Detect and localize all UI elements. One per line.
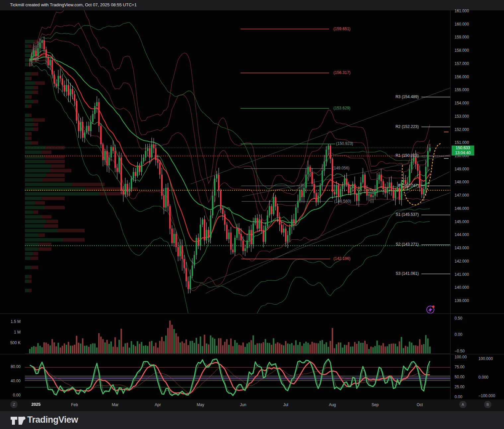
volume-bar bbox=[118, 340, 120, 353]
scale-a-button[interactable]: A bbox=[459, 401, 467, 408]
candle-body bbox=[35, 51, 36, 56]
volume-bar bbox=[421, 345, 422, 353]
candle-body bbox=[194, 255, 195, 266]
volume-bar bbox=[161, 337, 163, 353]
volume-bar bbox=[291, 343, 292, 353]
volume-profile-sell-row bbox=[28, 44, 32, 48]
oscillator-left-tick: 0.00 bbox=[1, 393, 21, 398]
volume-profile-sell-row bbox=[33, 118, 45, 122]
volume-bar bbox=[417, 346, 418, 353]
candle-body bbox=[88, 126, 89, 131]
volume-bar bbox=[403, 348, 404, 353]
volume-profile-sell-row bbox=[28, 137, 32, 140]
volume-profile-sell-row bbox=[38, 247, 51, 251]
candle-body bbox=[161, 175, 163, 196]
orange-dashed-cup-drawing[interactable] bbox=[402, 144, 441, 205]
candle-body bbox=[281, 225, 282, 233]
volume-bar bbox=[145, 345, 146, 353]
candle-body bbox=[423, 189, 424, 194]
candle-body bbox=[364, 175, 366, 189]
price-tick: 156.000 bbox=[455, 75, 469, 79]
volume-bar bbox=[171, 325, 173, 353]
volume-bar bbox=[74, 345, 75, 353]
candle-body bbox=[64, 85, 65, 92]
volume-bar bbox=[301, 346, 303, 353]
candle-body bbox=[112, 147, 114, 151]
candle-body bbox=[127, 184, 128, 192]
tradingview-logo-text[interactable]: TradingView bbox=[27, 415, 78, 425]
volume-bar bbox=[364, 341, 366, 353]
volume-bar bbox=[222, 345, 223, 353]
red-level-label: (142.196) bbox=[333, 256, 350, 261]
candle-body bbox=[145, 151, 146, 157]
candle-body bbox=[31, 56, 33, 60]
volume-bar bbox=[110, 341, 112, 353]
oscillator-pane[interactable] bbox=[25, 359, 450, 396]
main-pane[interactable] bbox=[25, 0, 451, 334]
price-tick: 153.000 bbox=[455, 114, 469, 119]
candle-body bbox=[320, 185, 321, 196]
scale-b-button[interactable]: B bbox=[484, 401, 491, 408]
tradingview-logo-icon[interactable] bbox=[10, 414, 27, 426]
volume-bar bbox=[265, 339, 266, 353]
candle-body bbox=[285, 228, 286, 242]
volume-bar bbox=[334, 348, 335, 353]
volume-profile-buy-row bbox=[25, 40, 34, 43]
candle-body bbox=[131, 179, 132, 189]
candle-body bbox=[378, 175, 380, 180]
volume-bar bbox=[92, 343, 94, 353]
volume-profile-sell-row bbox=[57, 229, 85, 232]
green-level-label: (150.923) bbox=[336, 141, 353, 146]
trendline[interactable] bbox=[191, 88, 451, 184]
volume-bar bbox=[303, 343, 305, 353]
month-label-may: May bbox=[197, 402, 204, 407]
volume-bar bbox=[64, 343, 65, 353]
candle-body bbox=[120, 157, 122, 190]
candle-body bbox=[348, 184, 349, 193]
volume-bar bbox=[189, 341, 191, 353]
volume-bar bbox=[200, 337, 201, 353]
volume-bar bbox=[80, 343, 81, 353]
volume-bar bbox=[391, 344, 392, 353]
volume-profile-buy-row bbox=[25, 132, 28, 136]
candle-body bbox=[84, 132, 85, 138]
candle-body bbox=[340, 189, 341, 197]
candle-body bbox=[224, 214, 225, 225]
volume-bar bbox=[129, 348, 130, 353]
volume-profile-sell-row bbox=[33, 252, 38, 256]
main-chart[interactable] bbox=[0, 0, 504, 429]
green-level-label: (153.629) bbox=[333, 106, 350, 110]
pivot-label: S3 (141.061) bbox=[382, 271, 419, 276]
price-tick: 148.000 bbox=[455, 180, 469, 184]
volume-bar bbox=[273, 338, 274, 353]
pane-separator[interactable] bbox=[0, 354, 504, 354]
volume-bar bbox=[413, 345, 414, 353]
oscillator-right-tick-b: 100.000 bbox=[478, 356, 493, 361]
candle-body bbox=[346, 179, 347, 184]
timezone-button[interactable]: Z bbox=[10, 401, 18, 408]
volume-bar bbox=[173, 329, 175, 353]
volume-right-tick: 0.50 bbox=[455, 316, 462, 321]
volume-bar bbox=[368, 349, 370, 353]
volume-bar bbox=[230, 338, 232, 353]
volume-bar bbox=[70, 345, 71, 353]
pane-separator[interactable] bbox=[0, 313, 504, 314]
volume-bar bbox=[336, 344, 337, 353]
candle-body bbox=[374, 192, 376, 196]
candle-body bbox=[60, 76, 61, 79]
volume-profile-sell-row bbox=[31, 266, 38, 269]
oscillator-right-tick-b: 0.000 bbox=[478, 375, 488, 380]
volume-profile-buy-row bbox=[25, 127, 33, 131]
price-axis-border[interactable] bbox=[450, 10, 451, 399]
candle-body bbox=[311, 172, 313, 184]
volume-profile-buy-row bbox=[25, 100, 33, 103]
volume-profile-sell-row bbox=[42, 197, 65, 200]
volume-bar bbox=[133, 345, 134, 353]
volume-bar bbox=[314, 343, 315, 353]
time-axis[interactable]: Z A B 2025FebMarAprMayJunJulAugSepOct bbox=[0, 399, 504, 411]
candle-body bbox=[29, 60, 31, 60]
volume-pane[interactable] bbox=[25, 321, 450, 354]
volume-bar bbox=[55, 346, 57, 353]
volume-bar bbox=[187, 345, 189, 353]
candle-body bbox=[370, 194, 372, 197]
